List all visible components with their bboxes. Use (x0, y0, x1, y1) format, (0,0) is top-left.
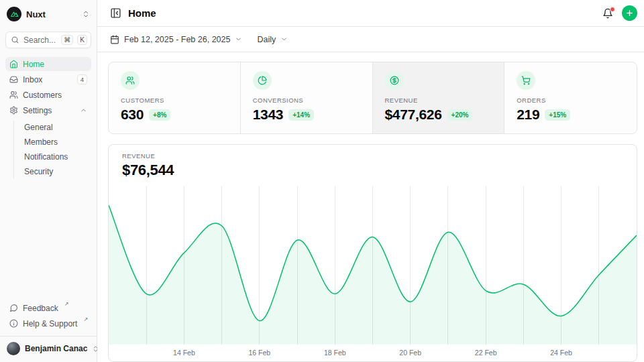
revenue-chart[interactable] (109, 186, 637, 345)
sidebar-item-label: Home (23, 60, 44, 69)
avatar (7, 342, 20, 355)
sidebar-footer: Feedback ↗ Help & Support ↗ (5, 301, 91, 330)
stat-value: 630 (121, 107, 144, 123)
sidebar-item-label: Settings (23, 106, 52, 115)
period-label: Daily (257, 35, 276, 44)
chevron-up-icon (80, 107, 87, 114)
stat-card-orders[interactable]: ORDERS 219 +15% (504, 62, 637, 133)
main-area: Home Feb 12, 2025 - Feb 26, 2025 (97, 0, 644, 362)
stat-card-conversions[interactable]: CONVERSIONS 1343 +14% (241, 62, 373, 133)
page-header: Home (97, 0, 644, 27)
sidebar-subitem-label: General (24, 123, 53, 132)
notifications-button[interactable] (602, 8, 613, 19)
search-icon (11, 36, 19, 44)
revenue-chart-svg (109, 186, 637, 345)
inbox-icon (9, 75, 18, 84)
collapse-sidebar-button[interactable] (110, 7, 121, 19)
external-link-icon: ↗ (64, 301, 69, 308)
x-axis-tick: 14 Feb (173, 349, 195, 357)
kbd-k: K (77, 35, 87, 45)
message-circle-icon (9, 304, 18, 312)
date-range-picker[interactable]: Feb 12, 2025 - Feb 26, 2025 (110, 35, 242, 44)
period-select[interactable]: Daily (257, 35, 288, 44)
chart-header: REVENUE $76,544 (109, 145, 637, 179)
delta-badge: +20% (447, 109, 473, 121)
x-axis-tick: 20 Feb (399, 349, 421, 357)
x-axis-tick: 22 Feb (475, 349, 497, 357)
sidebar-item-label: Customers (23, 90, 62, 100)
add-button[interactable] (622, 5, 637, 21)
stat-card-revenue[interactable]: REVENUE $477,626 +20% (373, 62, 505, 133)
sidebar-item-help-support[interactable]: Help & Support ↗ (5, 316, 91, 330)
kbd-meta: ⌘ (61, 35, 73, 45)
revenue-chart-card: REVENUE $76,544 14 Feb16 Feb18 Feb20 Feb… (108, 144, 637, 362)
chart-x-axis: 14 Feb16 Feb18 Feb20 Feb22 Feb24 Feb (109, 345, 637, 361)
sidebar-item-feedback[interactable]: Feedback ↗ (5, 301, 91, 315)
calendar-icon (110, 35, 119, 44)
sidebar-subitem-label: Notifications (24, 152, 68, 162)
external-link-icon: ↗ (83, 316, 88, 323)
chevron-down-icon (235, 36, 242, 43)
sidebar-item-general[interactable]: General (24, 121, 91, 134)
stats-row: CUSTOMERS 630 +8% CONVERSIONS 1343 +14% (108, 62, 637, 134)
inbox-count-badge: 4 (77, 74, 87, 84)
stat-card-customers[interactable]: CUSTOMERS 630 +8% (109, 62, 241, 133)
search-placeholder: Search... (23, 36, 57, 45)
sidebar-item-label: Help & Support (23, 319, 77, 328)
info-icon (9, 319, 18, 328)
stat-value: 219 (517, 107, 539, 123)
sidebar-item-settings[interactable]: Settings (5, 103, 91, 117)
stat-label: CUSTOMERS (121, 97, 228, 104)
x-axis-tick: 16 Feb (248, 349, 270, 357)
team-switcher[interactable]: Nuxt (5, 5, 91, 23)
x-axis-tick: 24 Feb (550, 349, 572, 357)
chart-title: REVENUE (122, 152, 623, 160)
sidebar-item-customers[interactable]: Customers (5, 88, 91, 102)
team-name: Nuxt (26, 9, 46, 19)
sidebar-subitem-label: Security (24, 167, 53, 176)
sidebar-item-security[interactable]: Security (24, 165, 91, 178)
plus-icon (625, 9, 634, 17)
home-icon (9, 60, 18, 68)
sidebar: Nuxt Search... ⌘ K Home (0, 0, 97, 362)
gear-icon (9, 106, 18, 115)
page-title: Home (128, 7, 156, 19)
page-content: CUSTOMERS 630 +8% CONVERSIONS 1343 +14% (97, 52, 644, 362)
delta-badge: +15% (545, 109, 570, 121)
app-root: Nuxt Search... ⌘ K Home (0, 0, 644, 362)
sidebar-item-members[interactable]: Members (24, 135, 91, 149)
stat-label: ORDERS (517, 97, 625, 104)
sidebar-item-label: Inbox (23, 75, 42, 84)
chart-total-value: $76,544 (122, 162, 623, 179)
sidebar-item-inbox[interactable]: Inbox 4 (5, 72, 91, 86)
delta-badge: +14% (288, 109, 314, 121)
filters-toolbar: Feb 12, 2025 - Feb 26, 2025 Daily (97, 27, 644, 52)
stat-label: CONVERSIONS (253, 97, 360, 104)
sidebar-subitem-label: Members (24, 137, 58, 147)
user-menu[interactable]: Benjamin Canac (0, 336, 97, 357)
date-range-label: Feb 12, 2025 - Feb 26, 2025 (124, 35, 230, 44)
stat-value: $477,626 (385, 107, 442, 123)
sidebar-item-notifications[interactable]: Notifications (24, 150, 91, 164)
header-actions (602, 5, 637, 21)
circle-dollar-icon (385, 71, 404, 90)
users-icon (9, 90, 18, 99)
delta-badge: +8% (149, 109, 170, 121)
user-name: Benjamin Canac (25, 344, 87, 353)
x-axis-tick: 18 Feb (324, 349, 346, 357)
chart-pie-icon (253, 71, 272, 90)
cart-icon (517, 71, 535, 90)
notification-dot (610, 7, 615, 12)
nuxt-logo (7, 7, 21, 21)
stat-label: REVENUE (385, 97, 492, 104)
chevrons-up-down-icon (82, 10, 90, 18)
users-icon (121, 71, 140, 90)
search-input[interactable]: Search... ⌘ K (5, 32, 91, 48)
chevron-down-icon (280, 36, 288, 43)
stat-value: 1343 (253, 107, 283, 123)
settings-subnav: General Members Notifications Security (13, 121, 91, 178)
sidebar-item-home[interactable]: Home (5, 57, 91, 71)
sidebar-nav: Home Inbox 4 Customers Settings (5, 57, 91, 180)
sidebar-item-label: Feedback (23, 304, 58, 313)
